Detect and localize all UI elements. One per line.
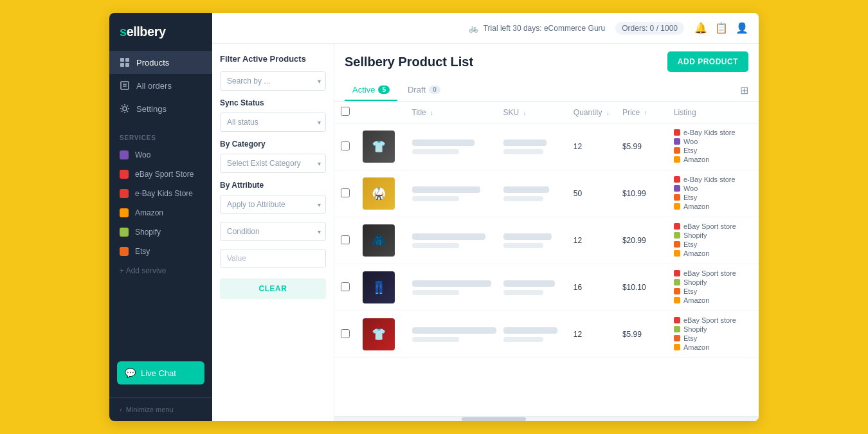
ebay-kids-icon xyxy=(120,189,129,198)
sku-sort-icon: ↓ xyxy=(523,109,527,116)
search-by-wrapper: Search by ... xyxy=(220,71,326,91)
tab-draft-label: Draft xyxy=(408,85,426,95)
apply-to-select[interactable]: Apply to Attribute xyxy=(220,195,326,214)
listing-label: e-Bay Kids store xyxy=(683,176,736,183)
logo-text: sellbery xyxy=(120,24,166,39)
sidebar-item-products[interactable]: Products xyxy=(109,51,212,74)
listing-item: e-Bay Kids store xyxy=(674,129,752,136)
shopify-label: Shopify xyxy=(135,228,161,237)
table-row: 🧥 12$20.99 eBay Sport store Shopify Etsy… xyxy=(334,217,759,264)
tab-active-label: Active xyxy=(352,85,375,95)
add-service-button[interactable]: + Add servive xyxy=(109,261,212,280)
listing-label: Woo xyxy=(683,185,698,192)
listing-item: Woo xyxy=(674,185,752,192)
th-sku[interactable]: SKU ↓ xyxy=(497,102,567,123)
row-checkbox-cell xyxy=(334,123,356,170)
row-image-cell: 🧥 xyxy=(356,217,406,264)
listing-label: Amazon xyxy=(683,296,709,304)
row-image-cell: 👖 xyxy=(356,264,406,311)
sku-line-2 xyxy=(503,337,543,342)
sku-line-2 xyxy=(503,243,543,248)
filter-panel: Filter Active Products Search by ... Syn… xyxy=(212,44,334,421)
topbar-icons: 🔔 📋 👤 xyxy=(694,22,748,34)
clear-button[interactable]: CLEAR xyxy=(220,278,326,299)
th-quantity[interactable]: Quantity ↓ xyxy=(567,102,616,123)
value-input[interactable] xyxy=(220,249,326,268)
listing-item: Amazon xyxy=(674,156,752,163)
row-sku-cell xyxy=(497,264,567,311)
category-select[interactable]: Select Exist Category xyxy=(220,154,326,173)
svg-rect-2 xyxy=(120,63,124,67)
sidebar-item-woo[interactable]: Woo xyxy=(109,145,212,165)
minimize-menu-button[interactable]: ‹ Minimize menu xyxy=(109,397,212,421)
sidebar-item-shopify[interactable]: Shopify xyxy=(109,222,212,242)
document-icon[interactable]: 📋 xyxy=(715,22,728,34)
sidebar-item-orders-label: All orders xyxy=(136,81,172,91)
listing-dot xyxy=(674,232,680,239)
listing-label: eBay Sport store xyxy=(683,316,736,324)
sync-status-select[interactable]: All status xyxy=(220,113,326,132)
search-by-select[interactable]: Search by ... xyxy=(220,71,326,91)
condition-select[interactable]: Condition xyxy=(220,222,326,241)
amazon-label: Amazon xyxy=(135,208,163,217)
listing-label: Etsy xyxy=(683,287,697,295)
listing-item: Etsy xyxy=(674,147,752,154)
notification-icon[interactable]: 🔔 xyxy=(694,22,707,34)
live-chat-button[interactable]: 💬 Live Chat xyxy=(117,361,204,384)
scrollbar-thumb xyxy=(462,417,526,421)
select-all-checkbox[interactable] xyxy=(341,107,350,116)
row-price-cell-3: $20.99 xyxy=(616,217,667,264)
amazon-icon xyxy=(120,208,129,217)
grid-view-icon[interactable]: ⊞ xyxy=(740,84,748,96)
sidebar-item-etsy[interactable]: Etsy xyxy=(109,242,212,261)
row-image-cell: 🥋 xyxy=(356,170,406,217)
row-quantity-cell-4: 16 xyxy=(567,264,616,311)
row-price-cell-1: $5.99 xyxy=(616,123,667,170)
row-quantity-cell-5: 12 xyxy=(567,311,616,358)
title-sort-icon: ↓ xyxy=(430,109,433,116)
apply-to-wrapper: Apply to Attribute xyxy=(220,195,326,214)
sidebar-item-ebay-kids[interactable]: e-Bay Kids Store xyxy=(109,184,212,203)
svg-rect-4 xyxy=(121,82,129,89)
product-image-1: 👕 xyxy=(363,131,395,163)
minimize-label: Minimize menu xyxy=(126,406,174,413)
sidebar-item-settings[interactable]: Settings xyxy=(109,97,212,120)
horizontal-scrollbar[interactable] xyxy=(334,416,759,421)
tab-draft[interactable]: Draft 0 xyxy=(400,80,448,101)
listing-dot xyxy=(674,156,680,163)
sku-line-1 xyxy=(503,327,558,334)
row-checkbox-5[interactable] xyxy=(341,329,350,338)
sidebar-nav: Products All orders Settings xyxy=(109,51,212,125)
row-checkbox-3[interactable] xyxy=(341,235,350,244)
tab-active[interactable]: Active 5 xyxy=(345,80,397,101)
user-icon[interactable]: 👤 xyxy=(736,22,748,34)
sidebar-item-ebay-sport[interactable]: eBay Sport Store xyxy=(109,165,212,184)
row-checkbox-2[interactable] xyxy=(341,188,350,197)
sidebar-item-all-orders[interactable]: All orders xyxy=(109,74,212,97)
row-checkbox-4[interactable] xyxy=(341,282,350,291)
chat-icon: 💬 xyxy=(125,368,136,378)
price-sort-icon: ↑ xyxy=(644,109,647,116)
sku-line-2 xyxy=(503,196,543,201)
th-title[interactable]: Title ↓ xyxy=(406,102,497,123)
condition-wrapper: Condition xyxy=(220,222,326,241)
listing-item: Etsy xyxy=(674,287,752,295)
row-listing-cell-4: eBay Sport store Shopify Etsy Amazon xyxy=(667,264,759,311)
sidebar-item-settings-label: Settings xyxy=(136,104,167,114)
sidebar: sellbery Products All orders xyxy=(109,13,212,421)
row-sku-cell xyxy=(497,217,567,264)
row-checkbox-cell xyxy=(334,311,356,358)
listing-dot xyxy=(674,326,680,332)
listing-item: Etsy xyxy=(674,194,752,201)
listing-dot xyxy=(674,297,680,303)
sidebar-item-amazon[interactable]: Amazon xyxy=(109,203,212,222)
add-service-label: + Add servive xyxy=(120,266,166,275)
listing-label: Amazon xyxy=(683,343,709,351)
th-price[interactable]: Price ↑ xyxy=(616,102,667,123)
add-product-button[interactable]: ADD PRODUCT xyxy=(667,51,748,72)
row-checkbox-1[interactable] xyxy=(341,141,350,150)
table-row: 👕 12$5.99 e-Bay Kids store Woo Etsy Amaz… xyxy=(334,123,759,170)
listing-label: Amazon xyxy=(683,249,709,257)
listing-dot xyxy=(674,138,680,145)
etsy-label: Etsy xyxy=(135,247,150,256)
